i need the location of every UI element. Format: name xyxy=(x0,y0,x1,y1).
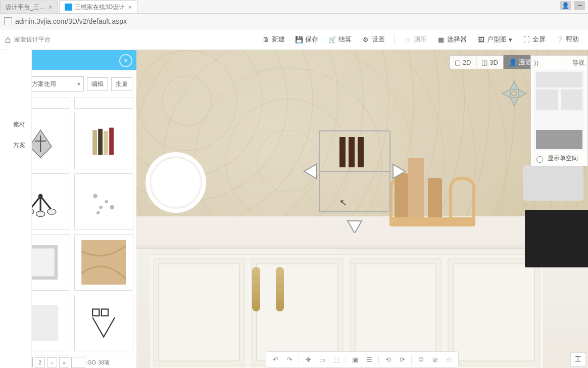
checkout-button[interactable]: 🛒结算 xyxy=(324,33,356,46)
nav-title: 导视 xyxy=(572,59,584,67)
left-rail xyxy=(0,50,8,368)
undo-button[interactable]: ↶ xyxy=(269,353,281,365)
app-toolbar: ⌂ 家装设计平台 🗎新建 💾保存 🛒结算 ⚙设置 ◇测距 ▦选择器 🖼户型图▾ … xyxy=(0,29,588,50)
close-icon[interactable]: × xyxy=(48,3,53,11)
image-icon: 🖼 xyxy=(477,35,485,43)
svg-rect-17 xyxy=(102,309,108,316)
svg-point-6 xyxy=(36,211,45,217)
layers-tool[interactable]: ☰ xyxy=(363,353,375,365)
svg-rect-16 xyxy=(92,309,99,316)
plate-prop xyxy=(145,152,206,213)
help-button[interactable]: ❔帮助 xyxy=(552,33,583,46)
pager-last[interactable]: » xyxy=(59,357,69,367)
site-icon xyxy=(4,17,12,25)
address-bar: admin.3vjia.com/3D/v2/default.aspx xyxy=(0,13,588,29)
window-controls: 👤 ━ xyxy=(560,1,585,10)
edit-button[interactable]: 编辑 xyxy=(87,77,108,91)
favorite-tool[interactable]: ☆ xyxy=(443,353,455,365)
group-tool[interactable]: ▣ xyxy=(349,353,361,365)
cursor-icon: ↖ xyxy=(339,197,347,208)
svg-rect-1 xyxy=(98,129,103,155)
browser-tab[interactable]: 设计平台_三… × xyxy=(0,1,58,13)
browser-tab-strip: 设计平台_三… × 三维家在线3D设计 × xyxy=(0,0,588,13)
browser-tab-active[interactable]: 三维家在线3D设计 × xyxy=(59,1,138,13)
brand-subtitle: 家装设计平台 xyxy=(14,35,51,44)
view-3d[interactable]: ◫3D xyxy=(476,55,504,69)
new-button[interactable]: 🗎新建 xyxy=(258,33,289,46)
fullscreen-button[interactable]: ⛶全屏 xyxy=(518,33,550,46)
svg-point-12 xyxy=(96,211,100,215)
pager-page[interactable]: 2 xyxy=(35,357,45,367)
countertop xyxy=(136,216,588,248)
close-icon[interactable]: × xyxy=(128,3,132,11)
rotate-left[interactable]: ⟲ xyxy=(382,353,394,365)
svg-point-8 xyxy=(93,194,97,199)
list-item[interactable] xyxy=(74,113,134,169)
bottles-prop xyxy=(389,156,475,226)
single-room-option[interactable]: 显示单空间 xyxy=(534,154,584,163)
redo-button[interactable]: ↷ xyxy=(283,353,296,365)
svg-rect-3 xyxy=(109,128,114,155)
ruler-icon: ◇ xyxy=(404,35,412,43)
compass-icon[interactable] xyxy=(501,80,527,107)
view-mode-toggle: ▢2D ◫3D 👤漫游 xyxy=(449,55,537,69)
view-2d[interactable]: ▢2D xyxy=(449,55,477,69)
marquee-tool[interactable]: ⬚ xyxy=(330,353,342,365)
bulk-button[interactable]: 批量 xyxy=(111,77,132,91)
side-vertical-tabs: 素材 方案 xyxy=(7,49,32,368)
close-icon[interactable]: × xyxy=(119,54,132,67)
3d-viewport[interactable]: ↖ ▢2D ◫3D 👤漫游 ⟩⟩ 导视 xyxy=(136,50,588,368)
file-icon: 🗎 xyxy=(262,35,270,43)
radio-icon[interactable] xyxy=(536,156,543,163)
minimize-button[interactable]: ━ xyxy=(574,1,585,10)
navigator-panel: ⟩⟩ 导视 显示单空间 xyxy=(530,55,588,166)
tab-title: 三维家在线3D设计 xyxy=(75,3,125,12)
page-icon xyxy=(65,4,72,11)
pager-next[interactable]: › xyxy=(47,357,57,367)
pager-go[interactable]: GO xyxy=(87,359,96,365)
bottom-right-button[interactable]: 工 xyxy=(570,352,586,366)
cube-icon: ◫ xyxy=(481,59,487,66)
chevron-down-icon: ▾ xyxy=(77,80,80,87)
svg-rect-2 xyxy=(104,131,108,155)
mini-floorplan[interactable] xyxy=(534,70,584,151)
square-icon: ▢ xyxy=(455,59,461,66)
move-tool[interactable]: ✥ xyxy=(302,353,314,365)
lock-tool[interactable]: ⊘ xyxy=(429,353,441,365)
svg-point-23 xyxy=(512,91,517,96)
svg-point-9 xyxy=(105,200,108,204)
logo-icon: ⌂ xyxy=(5,34,11,45)
pager-input[interactable] xyxy=(71,357,85,368)
selector-button[interactable]: ▦选择器 xyxy=(433,33,471,46)
grid-icon: ▦ xyxy=(437,35,445,43)
copy-tool[interactable]: ⧉ xyxy=(415,353,427,365)
fullscreen-icon: ⛶ xyxy=(522,35,530,43)
settings-button[interactable]: ⚙设置 xyxy=(358,33,389,46)
collapse-icon[interactable]: ⟩⟩ xyxy=(534,60,539,67)
list-item[interactable] xyxy=(74,234,134,291)
list-item[interactable] xyxy=(74,98,134,109)
svg-rect-14 xyxy=(81,240,126,285)
svg-point-7 xyxy=(47,209,56,214)
save-button[interactable]: 💾保存 xyxy=(291,33,322,46)
svg-point-10 xyxy=(99,206,103,209)
pager-total: 38项 xyxy=(98,359,110,366)
floorplan-button[interactable]: 🖼户型图▾ xyxy=(473,33,516,46)
pot-prop xyxy=(523,165,583,201)
url-text[interactable]: admin.3vjia.com/3D/v2/default.aspx xyxy=(15,17,127,25)
measure-button[interactable]: ◇测距 xyxy=(400,33,431,46)
tab-plan[interactable]: 方案 xyxy=(7,135,31,156)
help-icon: ❔ xyxy=(556,35,564,43)
bottom-toolbar: ↶ ↷ ✥ ▭ ⬚ ▣ ☰ ⟲ ⟳ ⧉ ⊘ ☆ xyxy=(266,351,459,367)
person-icon: 👤 xyxy=(509,59,517,66)
tab-material[interactable]: 素材 xyxy=(7,114,31,135)
select-tool[interactable]: ▭ xyxy=(316,353,328,365)
user-icon[interactable]: 👤 xyxy=(560,1,571,10)
cart-icon: 🛒 xyxy=(328,35,336,43)
save-icon: 💾 xyxy=(295,35,303,43)
svg-point-11 xyxy=(110,205,114,210)
list-item[interactable] xyxy=(74,295,134,351)
gear-icon: ⚙ xyxy=(362,35,370,43)
rotate-right[interactable]: ⟳ xyxy=(396,353,408,365)
list-item[interactable] xyxy=(74,173,134,230)
